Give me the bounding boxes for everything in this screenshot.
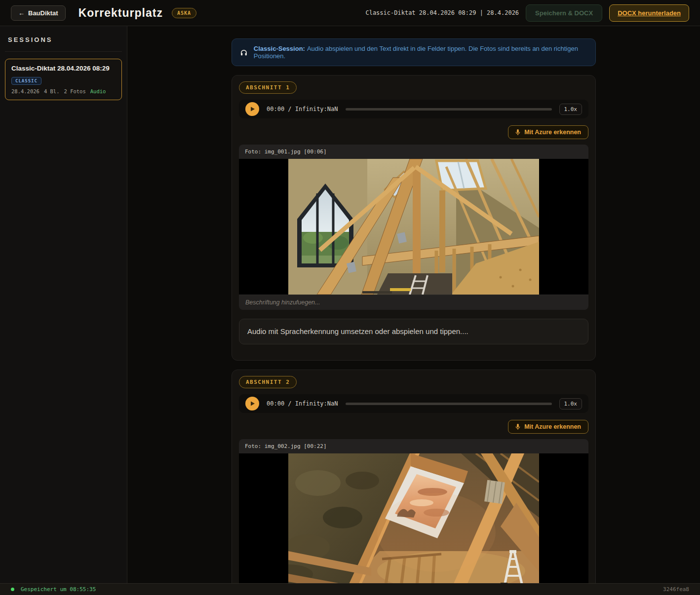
construction-photo-1 — [288, 159, 539, 295]
session-date: 28.4.2026 — [11, 88, 39, 94]
play-icon — [249, 106, 255, 112]
session-card[interactable]: Classic-Diktat 28.04.2026 08:29 CLASSIC … — [5, 59, 122, 100]
footer-statusbar: Gespeichert um 08:55:35 3246fea8 — [0, 583, 700, 595]
app-window: ← BauDiktat Korrekturplatz ASKA Classic-… — [0, 0, 700, 583]
aska-badge: ASKA — [172, 8, 196, 18]
photo-block-1: Foto: img_001.jpg [00:06] — [239, 145, 588, 310]
microphone-icon — [515, 424, 520, 430]
audio-progress-2[interactable] — [346, 403, 552, 405]
session-blocks: 4 Bl. — [44, 88, 60, 94]
microphone-icon — [515, 129, 520, 136]
banner-text: Classic-Session:Audio abspielen und den … — [254, 45, 587, 60]
app-title: Korrekturplatz — [78, 6, 163, 20]
play-icon — [249, 401, 255, 407]
sessions-heading: SESSIONS — [5, 26, 122, 52]
audio-progress-1[interactable] — [346, 108, 552, 111]
audio-time-2: 00:00 / Infinity:NaN — [267, 400, 338, 407]
topbar-right: Classic-Diktat 28.04.2026 08:29 | 28.4.2… — [365, 4, 689, 22]
info-banner: Classic-Session:Audio abspielen und den … — [232, 38, 596, 66]
main-area: Classic-Session:Audio abspielen und den … — [127, 26, 700, 583]
construction-photo-2 — [288, 453, 539, 583]
section-1-badge: ABSCHNITT 1 — [239, 81, 297, 94]
banner-title: Classic-Session: — [254, 45, 305, 52]
content-column: Classic-Session:Audio abspielen und den … — [232, 38, 596, 583]
play-button-2[interactable] — [245, 397, 259, 410]
audio-player-2: 00:00 / Infinity:NaN 1.0x — [239, 394, 588, 413]
photo-stage-2 — [239, 453, 588, 583]
audio-player-1: 00:00 / Infinity:NaN 1.0x — [239, 100, 588, 118]
play-button-1[interactable] — [245, 102, 259, 116]
azure-recognize-button-1[interactable]: Mit Azure erkennen — [508, 125, 588, 139]
photo-header-2: Foto: img_002.jpg [00:22] — [239, 439, 588, 453]
session-card-title: Classic-Diktat 28.04.2026 08:29 — [11, 65, 116, 72]
section-abschnitt-1: ABSCHNITT 1 00:00 / Infinity:NaN 1.0x — [232, 75, 596, 361]
main-layout: SESSIONS Classic-Diktat 28.04.2026 08:29… — [0, 26, 700, 583]
azure-row-1: Mit Azure erkennen — [239, 125, 588, 139]
back-button-label: BauDiktat — [28, 9, 58, 17]
saved-status-dot-icon — [11, 588, 14, 591]
audio-time-1: 00:00 / Infinity:NaN — [267, 106, 338, 112]
download-docx-button[interactable]: DOCX herunterladen — [609, 4, 689, 22]
topbar: ← BauDiktat Korrekturplatz ASKA Classic-… — [0, 0, 700, 26]
session-photos: 2 Fotos — [64, 88, 86, 94]
session-card-meta: 28.4.2026 4 Bl. 2 Fotos Audio — [11, 88, 116, 94]
transcript-textarea-1[interactable] — [239, 319, 588, 344]
photo-header-1: Foto: img_001.jpg [00:06] — [239, 145, 588, 159]
back-button[interactable]: ← BauDiktat — [11, 5, 66, 21]
azure-row-2: Mit Azure erkennen — [239, 420, 588, 434]
session-info-text: Classic-Diktat 28.04.2026 08:29 | 28.4.2… — [365, 9, 519, 16]
azure-button-label-1: Mit Azure erkennen — [524, 129, 581, 136]
photo-stage-1 — [239, 159, 588, 295]
saved-status-text: Gespeichert um 08:55:35 — [21, 586, 96, 593]
sidebar: SESSIONS Classic-Diktat 28.04.2026 08:29… — [0, 26, 127, 583]
section-2-badge: ABSCHNITT 2 — [239, 376, 297, 388]
section-abschnitt-2: ABSCHNITT 2 00:00 / Infinity:NaN 1.0x — [232, 370, 596, 583]
save-docx-button[interactable]: Speichern & DOCX — [526, 4, 602, 22]
session-hash: 3246fea8 — [663, 586, 689, 593]
headphones-icon — [240, 48, 248, 57]
session-audio-flag: Audio — [90, 88, 106, 94]
back-arrow-icon: ← — [18, 9, 25, 17]
azure-recognize-button-2[interactable]: Mit Azure erkennen — [508, 420, 588, 434]
azure-button-label-2: Mit Azure erkennen — [524, 423, 581, 430]
speed-button-1[interactable]: 1.0x — [559, 104, 583, 115]
classic-badge: CLASSIC — [11, 77, 41, 85]
speed-button-2[interactable]: 1.0x — [559, 398, 583, 409]
photo-caption-input-1[interactable] — [239, 295, 588, 310]
photo-block-2: Foto: img_002.jpg [00:22] — [239, 439, 588, 583]
